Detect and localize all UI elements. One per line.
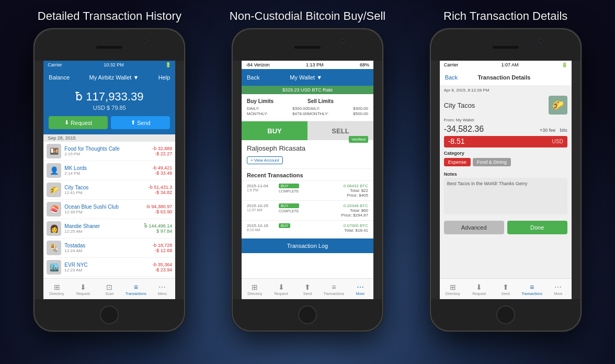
p3-tab-transactions[interactable]: ≡ Transactions: [519, 279, 545, 299]
section-title-2: Non-Custodial Bitcoin Buy/Sell: [209, 9, 407, 23]
p1-wallet-selector[interactable]: My Airbitz Wallet ▼: [89, 74, 139, 81]
p2-tab-request[interactable]: ⬇ Request: [268, 279, 294, 299]
p1-tx-item: 👩 Mandie Shaner 12:25 AM ƀ 144,496.14 $ …: [43, 219, 175, 238]
p1-nav: Balance My Airbitz Wallet ▼ Help: [43, 69, 175, 86]
p2-tx-item-0: 2015-11-04 1:6 PM BUY COMPLETE 0.08432 B…: [242, 180, 373, 200]
p2-carrier: -84 Verizon: [246, 62, 270, 67]
p3-merchant-image: 🌮: [549, 96, 567, 115]
p3-tab-request[interactable]: ⬇ Request: [466, 279, 492, 299]
p2-buy-tab[interactable]: BUY: [242, 121, 308, 140]
p3-usd-row: -8.51 USD: [444, 136, 567, 147]
p2-back-button[interactable]: Back: [247, 74, 259, 81]
p1-tx-btc-4: ƀ 144,496.14: [144, 223, 173, 229]
phone-3-bottom: [431, 299, 580, 331]
section-title-3: Rich Transaction Details: [406, 9, 605, 23]
p2-buy-limits-title: Buy Limits: [247, 98, 308, 104]
p2-tab-transactions[interactable]: ≡ Transactions: [321, 279, 347, 299]
p1-tx-time-6: 12:23 AM: [64, 268, 149, 272]
p3-advanced-button[interactable]: Advanced: [444, 221, 504, 234]
request-icon: ⬇: [476, 283, 482, 291]
p1-tab-directory[interactable]: ⊞ Directory: [43, 279, 70, 299]
p2-battery: 68%: [360, 62, 369, 67]
p1-help-link[interactable]: Help: [158, 74, 170, 81]
p2-tx-badge-2: BUY: [279, 223, 290, 228]
p1-tab-scan[interactable]: ⊡ Scan: [96, 279, 122, 299]
p2-verified-badge: Verified: [349, 136, 368, 143]
phone-1-speaker: [96, 46, 122, 49]
p3-transaction-date: Apr 8, 2015, 8:12:28 PM: [440, 86, 572, 94]
phone-3: Carrier 1:07 AM 🔋 Back Transaction Detai…: [430, 28, 582, 332]
p2-wallet-selector[interactable]: My Wallet ▼: [290, 74, 322, 81]
p1-tx-icon-4: 👩: [47, 221, 61, 236]
p3-from-wallet: From: My Wallet: [440, 117, 572, 123]
p3-done-button[interactable]: Done: [507, 221, 567, 234]
p2-buy-daily: DAILY: $300.00: [247, 106, 308, 111]
p1-tx-amounts-0: -b 32,889 -$ 22.27: [152, 146, 172, 156]
phone-3-home-button[interactable]: [496, 305, 515, 324]
p3-nav-title: Transaction Details: [477, 74, 530, 81]
p1-tx-amounts-5: -b 18,728 -$ 12.68: [152, 243, 172, 253]
p1-tx-icon-0: 🍱: [47, 144, 61, 158]
p1-date-header: Sep 28, 2015: [43, 134, 175, 142]
p1-tx-icon-5: 🌯: [47, 241, 61, 255]
p2-recent-title: Recent Transactions: [242, 169, 373, 180]
p1-tx-info-6: EVR NYC 12:23 AM: [64, 262, 149, 272]
p2-user-name: Raljoseph Ricasata: [247, 144, 305, 152]
p2-tx-date-2: 2015-10-16 8:10 AM: [247, 223, 276, 232]
p2-buy-monthly: MONTHLY: $478.00: [247, 111, 308, 116]
transactions-icon: ≡: [134, 283, 138, 291]
phone-1-home-button[interactable]: [100, 305, 119, 324]
p2-limits: Buy Limits DAILY: $300.00 MONTHLY: $478.…: [242, 94, 373, 121]
p1-tab-transactions[interactable]: ≡ Transactions: [123, 279, 149, 299]
p1-tx-info-1: MK Lords 2:14 PM: [64, 165, 149, 176]
p3-expense-tag[interactable]: Expense: [444, 158, 471, 166]
phone-2-home-button[interactable]: [298, 305, 317, 324]
p1-tx-btc-3: -b 94,380.97: [146, 204, 173, 209]
p2-tx-badge-1: BUY: [279, 203, 299, 208]
p3-tab-send[interactable]: ⬆ Send: [492, 279, 518, 299]
p3-food-dining-tag[interactable]: Food & Dining: [473, 158, 511, 166]
p1-tx-name-5: Tostadas: [64, 243, 149, 248]
headers-row: Detailed Transaction History Non-Custodi…: [0, 0, 615, 28]
p1-tx-usd-4: $ 97.84: [144, 229, 173, 234]
p1-transaction-list: 🍱 Food for Thoughts Cafe 2:15 PM -b 32,8…: [43, 142, 175, 278]
p3-tab-directory[interactable]: ⊞ Directory: [440, 279, 466, 299]
p1-tx-name-3: Ocean Blue Sushi Club: [64, 204, 142, 210]
more-icon: ⋯: [554, 283, 562, 291]
grid-icon: ⊞: [450, 283, 456, 291]
p1-tx-info-0: Food for Thoughts Cafe 2:15 PM: [64, 146, 149, 156]
p1-tx-usd-3: -$ 63.90: [146, 209, 173, 214]
phone-1-top: [35, 29, 184, 61]
phone-3-camera: [539, 39, 543, 43]
p1-tx-name-6: EVR NYC: [64, 262, 149, 268]
p1-balance-link[interactable]: Balance: [49, 74, 70, 81]
p1-tab-bar: ⊞ Directory ⬇ Request ⊡ Scan ≡ Transacti…: [43, 278, 175, 299]
p1-carrier: Carrier: [48, 62, 62, 67]
page-layout: Detailed Transaction History Non-Custodi…: [0, 0, 615, 364]
p3-tab-more[interactable]: ⋯ More: [545, 279, 571, 299]
p2-tab-send[interactable]: ⬆ Send: [294, 279, 321, 299]
p1-actions: ⬇ Request ⬆ Send: [43, 116, 175, 134]
p1-request-button[interactable]: ⬇ Request: [49, 116, 108, 129]
p1-tx-icon-1: 👤: [47, 163, 61, 178]
p3-back-button[interactable]: Back: [445, 74, 458, 81]
p2-tx-total-0: Total: $22: [302, 188, 368, 193]
p3-merchant-row: City Tacos 🌮: [440, 94, 572, 117]
p2-tab-directory[interactable]: ⊞ Directory: [242, 279, 268, 299]
p1-tx-amounts-6: -b 35,364 -$ 23.94: [152, 262, 172, 272]
p1-tx-item: 🍱 Food for Thoughts Cafe 2:15 PM -b 32,8…: [43, 142, 175, 161]
phone-2-top: [233, 29, 382, 61]
p2-tx-amounts-1: 0.20348 BTC Total: $60 Price: $294.87: [302, 203, 368, 218]
p2-transaction-log-button[interactable]: Transaction Log: [242, 238, 373, 253]
p1-tab-request[interactable]: ⬇ Request: [70, 279, 96, 299]
p2-view-account-link[interactable]: + View Account: [247, 156, 283, 164]
p3-notes-box[interactable]: Best Tacos in the World! Thanks Gerry: [444, 178, 567, 214]
p1-tab-menu[interactable]: ⋯ Menu: [149, 279, 175, 299]
p3-time: 1:07 AM: [501, 62, 518, 67]
p3-detail-content: Apr 8, 2015, 8:12:28 PM City Tacos 🌮 Fro…: [440, 86, 572, 278]
phone-3-status-bar: Carrier 1:07 AM 🔋: [440, 61, 572, 69]
p2-tab-bar: ⊞ Directory ⬇ Request ⬆ Send ≡ Transacti…: [242, 278, 373, 299]
p1-send-button[interactable]: ⬆ Send: [111, 116, 170, 129]
p3-bits-label: bits: [560, 128, 567, 133]
p2-tab-more[interactable]: ⋯ More: [347, 279, 373, 299]
